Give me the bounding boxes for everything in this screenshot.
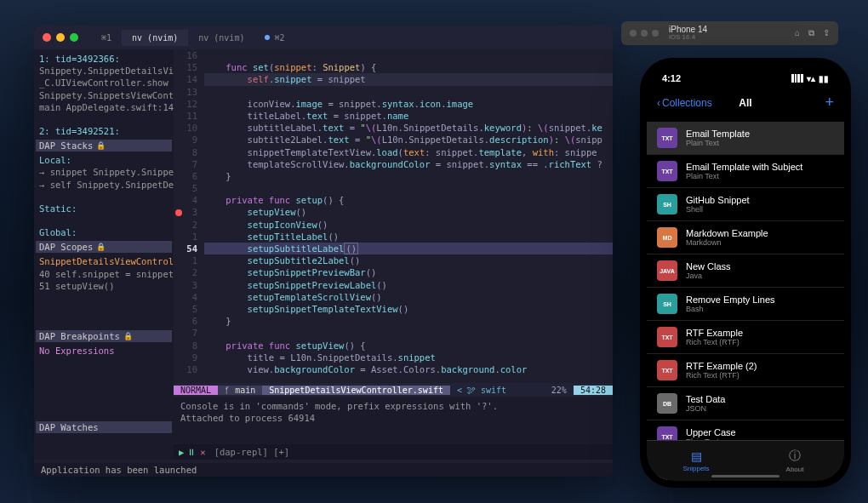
code-line[interactable]: setupSubtitleLabel() [204,243,613,254]
thread-id-1: 1: tid=3492366: [39,53,168,65]
scroll-percent: 22% [545,386,574,395]
maximize-icon[interactable] [70,33,78,42]
breakpoint-icon[interactable] [175,209,182,216]
code-line[interactable]: setupTitleLabel() [204,231,613,243]
terminal-tab[interactable]: nv (nvim) [188,30,254,46]
debug-sidebar[interactable]: 1: tid=3492366: Snippety.SnippetDetailsV… [34,49,174,460]
code-line[interactable]: setupSnippetPreviewLabel() [204,279,613,291]
code-line[interactable]: setupSnippetPreviewBar() [204,266,613,278]
line-number: 5 [174,182,197,194]
list-item[interactable]: SHGitHub SnippetShell [647,188,844,221]
dap-stacks-header[interactable]: DAP Stacks🔒 [36,140,172,151]
sidebar-line[interactable]: → self Snippety.SnippetDe [39,179,168,191]
home-icon[interactable]: ⌂ [795,28,800,38]
dap-watches-header[interactable]: DAP Watches [36,421,172,433]
file-type-icon: SH [657,194,677,214]
terminal-tab[interactable]: ⌘1 [91,30,122,46]
list-item[interactable]: TXTEmail Template with SubjectPlain Text [647,155,844,188]
file-type-icon: DB [657,393,677,414]
code-line[interactable]: self.snippet = snippet [204,73,613,85]
line-number: 54 [174,243,197,254]
code-line[interactable]: setupView() [204,206,613,218]
code-line[interactable]: snippetTemplateTextView.load(text: snipp… [204,146,613,158]
terminal-tabs: ⌘1nv (nvim)nv (nvim)⌘2 [91,30,604,46]
lock-icon: 🔒 [96,141,106,150]
sidebar-line[interactable]: main AppDelegate.swift:14 [39,101,168,113]
code-line[interactable]: } [204,315,613,327]
statusline: NORMAL ᚶ main SnippetDetailsViewControll… [174,383,613,397]
sidebar-line[interactable]: Snippety.SnippetsViewCont [39,89,168,101]
code-line[interactable]: view.backgroundColor = Asset.Colors.back… [204,363,613,375]
share-icon[interactable]: ⇪ [823,28,830,38]
code-line[interactable]: private func setup() { [204,194,613,206]
add-button[interactable]: + [825,94,834,111]
code-line[interactable]: setupSnippetTemplateTextView() [204,303,613,315]
line-number: 4 [174,194,197,206]
code-line[interactable]: } [204,170,613,182]
code-line[interactable]: setupIconView() [204,219,613,231]
debug-controls: ▶ ⏸ ✕ [179,447,206,457]
dap-scopes-header[interactable]: DAP Scopes🔒 [36,241,172,253]
terminal-tab[interactable]: ⌘2 [254,30,294,46]
sidebar-line[interactable]: _C.UIViewController.show → [39,77,168,89]
code-line[interactable]: iconView.image = snippet.syntax.icon.ima… [204,98,613,110]
close-icon[interactable] [43,33,51,42]
item-subtitle: Shell [686,205,834,214]
terminal-tab[interactable]: nv (nvim) [122,30,188,46]
code-line[interactable] [204,182,613,194]
code-line[interactable]: private func setupView() { [204,340,613,352]
code-lines[interactable]: func set(snippet: Snippet) { self.snippe… [204,49,613,383]
code-line[interactable] [204,86,613,98]
code-line[interactable]: title = L10n.SnippetDetails.snippet [204,352,613,363]
screenshot-icon[interactable]: ⧉ [808,28,814,38]
code-line[interactable]: func set(snippet: Snippet) { [204,61,613,73]
file-type-icon: MD [657,227,677,248]
pause-icon[interactable]: ⏸ [187,447,197,457]
code-line[interactable]: setupSubtitle2Label() [204,254,613,266]
dap-breakpoints-header[interactable]: DAP Breakpoints🔒 [36,330,172,342]
list-item[interactable]: MDMarkdown ExampleMarkdown [647,221,844,254]
sidebar-line[interactable]: Snippety.SnippetDetailsVi [39,65,168,77]
code-editor[interactable]: 161514131211109876543215412345678910 fun… [174,49,613,460]
snippet-list[interactable]: TXTEmail TemplatePlain TextTXTEmail Temp… [647,122,844,481]
item-title: Email Template [686,129,834,139]
list-item[interactable]: SHRemove Empty LinesBash [647,288,844,321]
battery-icon: ▮▮ [819,74,829,83]
debug-console[interactable]: Console is in 'commands' mode, prefix ex… [174,397,613,444]
code-line[interactable]: titleLabel.text = snippet.name [204,110,613,122]
file-type-icon: TXT [657,128,677,148]
list-item[interactable]: TXTRTF Example (2)Rich Text (RTF) [647,354,844,387]
list-item[interactable]: JAVANew ClassJava [647,254,844,288]
home-indicator[interactable] [711,475,779,477]
item-title: Markdown Example [686,228,834,238]
simulator-chrome: iPhone 14 iOS 16.4 ⌂ ⧉ ⇪ [621,21,838,45]
tab-icon: ▤ [691,449,702,463]
minimize-icon[interactable] [56,33,65,42]
lock-icon: 🔒 [123,332,133,340]
no-expressions: No Expressions [39,345,168,357]
sidebar-line[interactable]: 40 self.snippet = snippet [39,268,168,280]
file-type-icon: TXT [657,161,677,181]
code-line[interactable]: templateScrollView.backgroundColor = sni… [204,158,613,170]
list-item[interactable]: DBTest DataJSON [647,387,844,420]
sidebar-line[interactable]: 51 setupView() [39,280,168,292]
sidebar-line[interactable]: → snippet Snippety.Snippe [39,166,168,178]
window-controls [630,30,659,37]
repl-tab[interactable]: [dap-repl] [+] [214,447,290,457]
line-number: 13 [174,86,197,98]
code-line[interactable] [204,49,613,61]
list-item[interactable]: TXTEmail TemplatePlain Text [647,122,844,155]
item-title: Email Template with Subject [686,162,834,172]
lock-icon: 🔒 [96,243,106,251]
line-number: 9 [174,352,197,363]
code-line[interactable] [204,327,613,339]
code-line[interactable]: subtitleLabel.text = "\(L10n.SnippetDeta… [204,122,613,134]
list-item[interactable]: TXTRTF ExampleRich Text (RTF) [647,321,844,354]
stop-icon[interactable]: ✕ [200,447,205,457]
code-line[interactable]: setupTemplateScrollView() [204,291,613,303]
play-icon[interactable]: ▶ [179,447,184,457]
line-number: 6 [174,170,197,182]
tab-icon: ⓘ [789,449,801,464]
back-button[interactable]: ‹Collections [657,97,712,109]
code-line[interactable]: subtitle2Label.text = "\(L10n.SnippetDet… [204,134,613,146]
